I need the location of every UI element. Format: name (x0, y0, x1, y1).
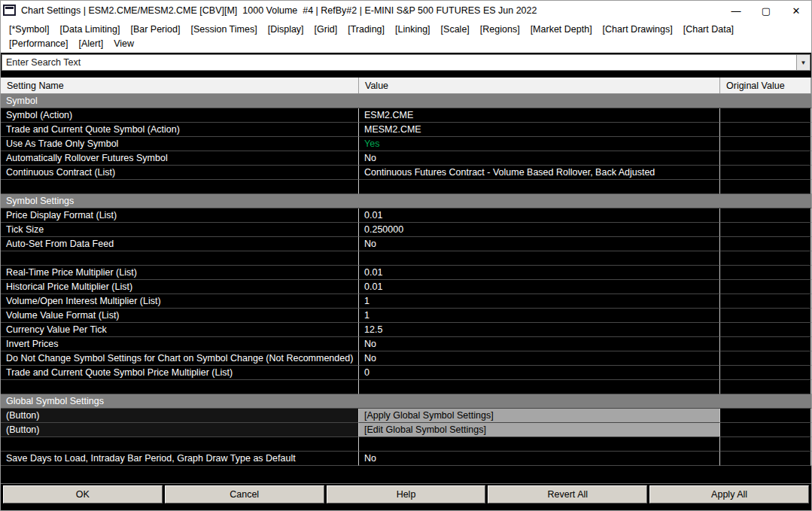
menu-item-bar-period[interactable]: [Bar Period] (125, 23, 185, 37)
setting-value-cell[interactable]: 0.01 (359, 280, 720, 294)
ok-button[interactable]: OK (3, 485, 163, 503)
menu-item-scale[interactable]: [Scale] (436, 23, 475, 37)
app-icon (3, 5, 17, 17)
setting-value-cell[interactable]: No (359, 351, 720, 366)
setting-value-cell[interactable]: 0.01 (359, 266, 720, 280)
window-title: Chart Settings | ESM2.CME/MESM2.CME [CBV… (21, 5, 721, 16)
search-input[interactable] (2, 55, 796, 70)
setting-name-cell: Tick Size (1, 223, 359, 237)
table-row: Use As Trade Only SymbolYes (1, 137, 811, 151)
section-row-symbol: Symbol (1, 94, 811, 108)
setting-value-cell[interactable]: 0 (359, 366, 720, 380)
column-header-original-value: Original Value (720, 78, 811, 93)
setting-name-cell: Historical Price Multiplier (List) (1, 280, 359, 294)
table-row: Volume Value Format (List)1 (1, 309, 811, 323)
menu-item-regions[interactable]: [Regions] (475, 23, 525, 37)
setting-name-cell: Currency Value Per Tick (1, 323, 359, 337)
setting-value-cell[interactable]: 0.250000 (359, 223, 720, 237)
section-label: Symbol (1, 94, 811, 108)
setting-value-cell[interactable]: ESM2.CME (359, 108, 720, 123)
setting-value-cell[interactable]: 12.5 (359, 323, 720, 337)
original-value-cell (720, 123, 811, 137)
setting-name-cell: Automatically Rollover Futures Symbol (1, 151, 359, 166)
table-row: Trade and Current Quote Symbol (Action)M… (1, 123, 811, 137)
original-value-cell (720, 223, 811, 237)
original-value-cell (720, 208, 811, 223)
original-value-cell (720, 294, 811, 309)
menu-item-data-limiting[interactable]: [Data Limiting] (55, 23, 126, 37)
setting-value-cell[interactable]: MESM2.CME (359, 123, 720, 137)
menu-item-performance[interactable]: [Performance] (4, 37, 74, 51)
original-value-cell (720, 280, 811, 294)
original-value-cell (720, 108, 811, 123)
setting-value-cell[interactable]: Continuous Futures Contract - Volume Bas… (359, 166, 720, 180)
help-button[interactable]: Help (327, 485, 486, 503)
table-row: Trade and Current Quote Symbol Price Mul… (1, 366, 811, 380)
table-row: Real-Time Price Multiplier (List)0.01 (1, 266, 811, 280)
maximize-button[interactable]: ▢ (751, 1, 781, 20)
empty-cell (1, 251, 359, 266)
menu-item-grid[interactable]: [Grid] (309, 23, 343, 37)
setting-button-cell[interactable]: [Apply Global Symbol Settings] (359, 409, 720, 423)
menu-item-session-times[interactable]: [Session Times] (185, 23, 262, 37)
menu-item-view[interactable]: View (108, 37, 139, 51)
setting-name-cell: Save Days to Load, Intraday Bar Period, … (1, 452, 359, 466)
apply-all-button[interactable]: Apply All (649, 485, 809, 503)
minimize-button[interactable]: — (721, 1, 751, 20)
menu-item-market-depth[interactable]: [Market Depth] (525, 23, 598, 37)
footer-button-bar: OKCancelHelpRevert AllApply All (1, 483, 811, 510)
setting-value-cell[interactable]: 1 (359, 309, 720, 323)
settings-table: Setting Name Value Original Value Symbol… (1, 78, 811, 483)
chevron-down-icon[interactable]: ▼ (796, 55, 810, 70)
setting-button-cell[interactable]: [Edit Global Symbol Settings] (359, 423, 720, 437)
table-row: (Button)[Edit Global Symbol Settings] (1, 423, 811, 437)
revert-all-button[interactable]: Revert All (488, 485, 647, 503)
column-header-value: Value (359, 78, 720, 93)
original-value-cell (720, 366, 811, 380)
menu-item-linking[interactable]: [Linking] (390, 23, 436, 37)
setting-value-cell[interactable]: 1 (359, 294, 720, 309)
cancel-button[interactable]: Cancel (165, 485, 324, 503)
original-value-cell (720, 237, 811, 251)
original-value-cell (720, 151, 811, 166)
menu-item-alert[interactable]: [Alert] (74, 37, 109, 51)
empty-cell (720, 180, 811, 194)
setting-value-cell[interactable]: No (359, 237, 720, 251)
setting-value-cell[interactable]: Yes (359, 137, 720, 151)
setting-name-cell: Do Not Change Symbol Settings for Chart … (1, 351, 359, 366)
table-row: Historical Price Multiplier (List)0.01 (1, 280, 811, 294)
title-bar: Chart Settings | ESM2.CME/MESM2.CME [CBV… (1, 1, 811, 20)
menu-item-symbol[interactable]: [*Symbol] (4, 23, 55, 37)
empty-cell (1, 437, 359, 452)
setting-name-cell: Volume Value Format (List) (1, 309, 359, 323)
section-row-symbol-settings: Symbol Settings (1, 194, 811, 208)
menu-item-chart-drawings[interactable]: [Chart Drawings] (598, 23, 678, 37)
setting-name-cell: Continuous Contract (List) (1, 166, 359, 180)
setting-name-cell: Auto-Set From Data Feed (1, 237, 359, 251)
setting-value-cell[interactable]: No (359, 151, 720, 166)
setting-name-cell: Volume/Open Interest Multiplier (List) (1, 294, 359, 309)
spacer-row (1, 251, 811, 266)
setting-name-cell: Trade and Current Quote Symbol Price Mul… (1, 366, 359, 380)
menu-item-chart-data[interactable]: [Chart Data] (678, 23, 739, 37)
setting-name-cell: Real-Time Price Multiplier (List) (1, 266, 359, 280)
setting-value-cell[interactable]: No (359, 337, 720, 351)
table-row: Invert PricesNo (1, 337, 811, 351)
close-button[interactable]: ✕ (781, 1, 811, 20)
setting-name-cell: Use As Trade Only Symbol (1, 137, 359, 151)
setting-value-cell[interactable]: No (359, 452, 720, 466)
table-row: Save Days to Load, Intraday Bar Period, … (1, 452, 811, 466)
window-controls: — ▢ ✕ (721, 1, 811, 20)
setting-value-cell[interactable]: 0.01 (359, 208, 720, 223)
menu-item-trading[interactable]: [Trading] (342, 23, 390, 37)
original-value-cell (720, 423, 811, 437)
spacer-row (1, 437, 811, 452)
search-combobox: ▼ (2, 54, 810, 71)
original-value-cell (720, 452, 811, 466)
table-row: Continuous Contract (List)Continuous Fut… (1, 166, 811, 180)
menu-item-display[interactable]: [Display] (263, 23, 309, 37)
table-row: Symbol (Action)ESM2.CME (1, 108, 811, 123)
table-row: Auto-Set From Data FeedNo (1, 237, 811, 251)
original-value-cell (720, 266, 811, 280)
table-row: Tick Size0.250000 (1, 223, 811, 237)
